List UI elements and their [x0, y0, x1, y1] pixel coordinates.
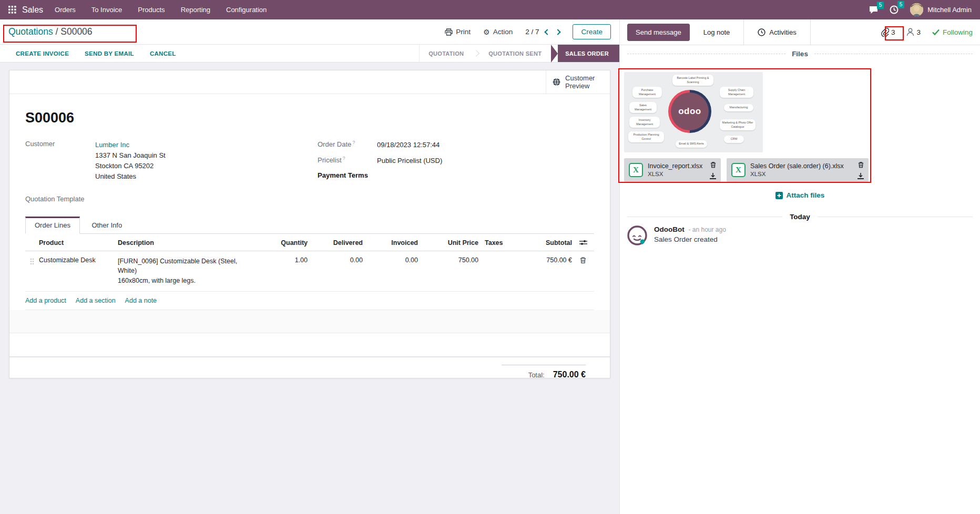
delete-attachment-icon[interactable] [710, 161, 716, 168]
top-nav-bar: Sales Orders To Invoice Products Reporti… [0, 0, 980, 19]
attachment-card[interactable]: X Sales Order (sale.order) (6).xlsx XLSX [727, 158, 869, 182]
log-note-button[interactable]: Log note [703, 28, 730, 36]
tab-other-info[interactable]: Other Info [82, 217, 131, 234]
print-button[interactable]: Print [445, 28, 471, 36]
attachment-image-odoo-apps[interactable]: odoo Barcode Label Printing & Scanning P… [624, 72, 763, 152]
app-name[interactable]: Sales [22, 5, 43, 15]
empty-row [9, 333, 610, 357]
diagram-bubble: CRM [724, 136, 744, 143]
form-view-background: Customer Preview S00006 Customer Lumber … [0, 63, 619, 514]
pricelist-value[interactable]: Public Pricelist (USD) [377, 156, 442, 166]
col-taxes[interactable]: Taxes [478, 239, 519, 246]
pricelist-label: Pricelist? [318, 156, 377, 166]
pager-next-icon[interactable] [555, 29, 561, 35]
col-unit-price[interactable]: Unit Price [418, 239, 478, 246]
customer-preview-button[interactable]: Customer Preview [546, 70, 610, 94]
download-attachment-icon[interactable] [858, 173, 864, 179]
add-product-link[interactable]: Add a product [25, 297, 66, 304]
customer-label: Customer [25, 140, 95, 182]
stage-quotation-sent[interactable]: QUOTATION SENT [479, 45, 550, 62]
col-description[interactable]: Description [118, 239, 258, 246]
attachment-filename: Invoice_report.xlsx [648, 162, 702, 170]
attach-files-button[interactable]: Attach files [775, 191, 825, 199]
customer-link[interactable]: Lumber Inc [95, 140, 166, 150]
optional-columns-icon[interactable] [572, 239, 594, 246]
add-note-link[interactable]: Add a note [125, 297, 157, 304]
order-date-label: Order Date? [318, 140, 377, 150]
address-line: Stockton CA 95202 [95, 161, 166, 171]
odoobot-avatar[interactable] [627, 225, 647, 245]
cell-quantity: 1.00 [258, 256, 308, 264]
message-body: Sales Order created [654, 235, 726, 243]
order-lines-header: Product Description Quantity Delivered I… [25, 234, 594, 251]
diagram-bubble: Marketing & Photo Offer Catalogue [720, 119, 756, 130]
tab-order-lines[interactable]: Order Lines [25, 217, 80, 234]
col-quantity[interactable]: Quantity [258, 239, 308, 246]
col-invoiced[interactable]: Invoiced [363, 239, 418, 246]
breadcrumb: Quotations / S00006 [8, 26, 93, 37]
col-product[interactable]: Product [39, 239, 118, 246]
cell-invoiced: 0.00 [363, 256, 418, 264]
create-invoice-button[interactable]: CREATE INVOICE [16, 50, 69, 57]
cell-description: [FURN_0096] Customizable Desk (Steel, Wh… [118, 256, 258, 286]
menu-products[interactable]: Products [138, 6, 165, 14]
menu-reporting[interactable]: Reporting [181, 6, 210, 14]
record-title[interactable]: S00006 [25, 110, 594, 126]
send-message-button[interactable]: Send message [627, 24, 690, 41]
order-total: Total: 750.00 € [502, 365, 586, 379]
clock-icon [758, 28, 765, 36]
messages-icon[interactable]: 5 [869, 6, 878, 14]
user-avatar [910, 3, 923, 16]
toolbar-divider [743, 19, 744, 45]
order-date-value[interactable]: 09/18/2023 12:57:44 [377, 140, 440, 150]
user-menu[interactable]: Mitchell Admin [910, 3, 972, 16]
empty-row [9, 310, 610, 333]
odoo-sales-window: Sales Orders To Invoice Products Reporti… [0, 0, 980, 514]
message-time: - an hour ago [689, 226, 726, 233]
payment-terms-label: Payment Terms [318, 171, 377, 179]
cell-product: Customizable Desk [39, 256, 118, 264]
messages-badge: 5 [877, 2, 884, 9]
menu-configuration[interactable]: Configuration [226, 6, 267, 14]
delete-line-icon[interactable] [572, 256, 594, 264]
message-author[interactable]: OdooBot [654, 225, 685, 233]
total-label: Total: [528, 371, 545, 379]
xlsx-file-icon: X [629, 163, 643, 177]
chatter-message: OdooBot - an hour ago Sales Order create… [627, 225, 726, 245]
apps-grid-icon[interactable] [8, 6, 16, 14]
breadcrumb-quotations[interactable]: Quotations [8, 26, 53, 37]
files-divider-label: Files [792, 50, 808, 58]
pager-previous-icon[interactable] [545, 29, 550, 35]
cancel-button[interactable]: CANCEL [150, 50, 176, 57]
order-line-row[interactable]: Customizable Desk [FURN_0096] Customizab… [25, 251, 594, 292]
diagram-bubble: Inventory Management [629, 117, 660, 128]
send-by-email-button[interactable]: SEND BY EMAIL [85, 50, 134, 57]
activities-button[interactable]: Activities [758, 28, 796, 36]
add-section-link[interactable]: Add a section [76, 297, 116, 304]
download-attachment-icon[interactable] [710, 173, 716, 179]
menu-to-invoice[interactable]: To Invoice [91, 6, 122, 14]
attachment-filetype: XLSX [648, 170, 702, 178]
col-subtotal[interactable]: Subtotal [519, 239, 572, 246]
globe-icon [553, 76, 560, 88]
col-delivered[interactable]: Delivered [308, 239, 363, 246]
following-button[interactable]: Following [932, 28, 973, 36]
pager-value[interactable]: 2 / 7 [525, 28, 539, 36]
create-button[interactable]: Create [573, 24, 611, 39]
stage-quotation[interactable]: QUOTATION [420, 45, 473, 62]
delete-attachment-icon[interactable] [858, 161, 864, 168]
quotation-template-label: Quotation Template [25, 195, 95, 203]
customer-preview-label: Customer Preview [565, 74, 604, 90]
followers-counter[interactable]: 3 [906, 28, 921, 36]
diagram-bubble: Purchase Management [632, 87, 662, 98]
attachments-counter[interactable]: 3 [881, 28, 895, 37]
attachment-card[interactable]: X Invoice_report.xlsx XLSX [624, 158, 721, 182]
files-divider: Files [620, 50, 980, 58]
pager: 2 / 7 [525, 28, 560, 36]
sheet-header: Customer Preview [9, 70, 610, 94]
menu-orders[interactable]: Orders [55, 6, 76, 14]
action-button[interactable]: ⚙ Action [483, 28, 513, 36]
activity-clock-icon[interactable]: 5 [890, 5, 899, 14]
drag-handle-icon[interactable] [25, 256, 39, 265]
stage-sales-order[interactable]: SALES ORDER [558, 45, 619, 62]
